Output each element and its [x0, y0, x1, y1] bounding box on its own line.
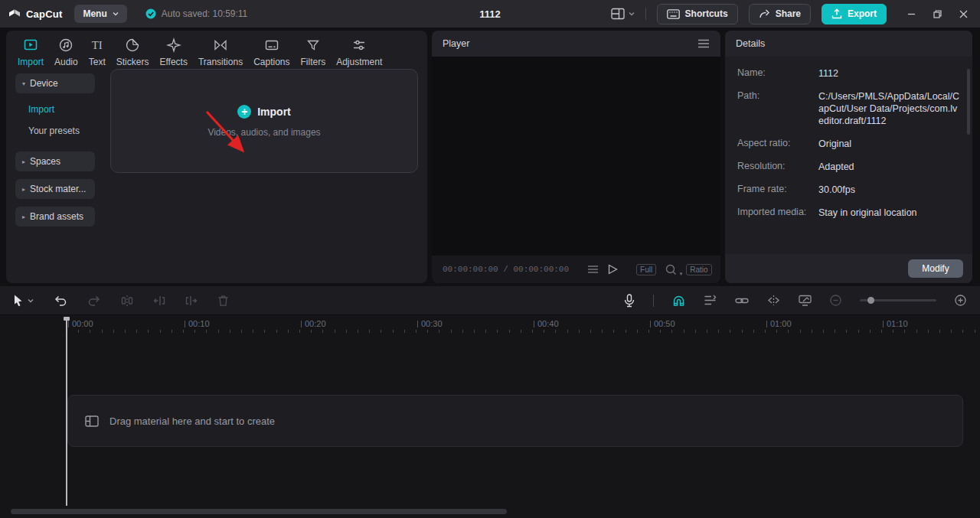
- caret-down-icon: ▾: [22, 80, 25, 87]
- main-track-magnet-icon[interactable]: [672, 295, 685, 307]
- delete-left-icon[interactable]: [153, 295, 165, 307]
- sidebar-item-device[interactable]: ▾ Device: [15, 73, 95, 93]
- maximize-button[interactable]: [926, 3, 948, 24]
- effects-tab-icon: [166, 37, 181, 53]
- tab-label: Audio: [54, 57, 78, 67]
- ruler-label: 00:50: [650, 319, 675, 328]
- record-voiceover-icon[interactable]: [624, 294, 635, 308]
- mirror-track-icon[interactable]: [767, 295, 780, 306]
- preview-edit-icon[interactable]: [799, 295, 812, 306]
- minimize-button[interactable]: [900, 3, 922, 24]
- import-tab-icon: [23, 37, 38, 53]
- player-menu-icon[interactable]: [697, 39, 710, 48]
- media-tabs: Import Audio TI Text Stickers: [6, 31, 427, 67]
- autosave-check-icon: [145, 8, 156, 19]
- capcut-logo: CapCut: [8, 7, 62, 21]
- import-dropzone[interactable]: + Import Videos, audios, and images: [110, 69, 418, 173]
- timeline-zoom-slider[interactable]: [860, 299, 936, 301]
- tab-label: Stickers: [116, 57, 149, 67]
- text-tab-icon: TI: [92, 37, 103, 53]
- detail-value: Original: [818, 138, 960, 150]
- sidebar-item-your-presets[interactable]: Your presets: [28, 125, 95, 136]
- chevron-down-icon: [113, 11, 119, 16]
- tab-transitions[interactable]: Transitions: [193, 37, 248, 67]
- ratio-button[interactable]: Ratio: [686, 264, 711, 275]
- shortcuts-button[interactable]: Shortcuts: [657, 4, 738, 24]
- player-viewport[interactable]: [432, 57, 720, 256]
- share-button[interactable]: Share: [749, 4, 811, 24]
- ruler-label: 01:00: [766, 319, 792, 328]
- import-zone-subtitle: Videos, audios, and images: [207, 127, 320, 138]
- player-panel: Player 00:00:00:00 / 00:00:00:00 Full: [432, 31, 720, 283]
- topbar-divider: [645, 8, 646, 20]
- detail-value: Stay in original location: [818, 207, 960, 219]
- detail-label: Frame rate:: [737, 184, 818, 196]
- details-scrollbar[interactable]: [967, 69, 970, 135]
- workspace-layout-button[interactable]: [611, 8, 635, 20]
- export-button[interactable]: Export: [822, 4, 887, 24]
- shortcuts-label: Shortcuts: [685, 8, 728, 19]
- details-body: Name: 1112 Path: C:/Users/PMLS/AppData/L…: [725, 57, 972, 254]
- detail-label: Path:: [737, 90, 818, 127]
- caret-right-icon: ▸: [22, 186, 25, 193]
- ruler-label: 00:40: [534, 319, 559, 328]
- sidebar-item-stock-materials[interactable]: ▸ Stock mater...: [15, 179, 95, 199]
- logo-text: CapCut: [26, 8, 62, 20]
- chevron-down-icon: [629, 11, 635, 16]
- link-icon[interactable]: [735, 296, 749, 305]
- plus-icon: +: [237, 105, 251, 119]
- tab-text[interactable]: TI Text: [83, 37, 111, 67]
- tab-effects[interactable]: Effects: [154, 37, 192, 67]
- close-button[interactable]: [952, 3, 974, 24]
- delete-icon[interactable]: [217, 295, 229, 307]
- menu-button[interactable]: Menu: [74, 5, 126, 23]
- detail-row-name: Name: 1112: [737, 67, 960, 80]
- detail-row-imported-media: Imported media: Stay in original locatio…: [737, 207, 960, 219]
- tab-stickers[interactable]: Stickers: [111, 37, 155, 67]
- media-panel: Import Audio TI Text Stickers: [6, 31, 427, 283]
- timeline-ruler[interactable]: 00:00 00:10 00:20 00:30 00:40 00:50 01:0…: [0, 315, 980, 335]
- playhead[interactable]: [66, 317, 67, 506]
- detail-row-path: Path: C:/Users/PMLS/AppData/Local/CapCut…: [737, 90, 960, 127]
- tab-captions[interactable]: Captions: [248, 37, 295, 67]
- undo-icon[interactable]: [54, 295, 67, 307]
- timeline-horizontal-scrollbar[interactable]: [11, 509, 507, 514]
- frames-icon[interactable]: [587, 265, 599, 274]
- tab-audio[interactable]: Audio: [49, 37, 83, 67]
- player-controls: 00:00:00:00 / 00:00:00:00 Full ▾ Ratio: [432, 256, 720, 283]
- tab-label: Text: [89, 57, 106, 67]
- detail-label: Imported media:: [737, 207, 818, 219]
- auto-snap-icon[interactable]: [704, 295, 717, 306]
- tab-filters[interactable]: Filters: [296, 37, 332, 67]
- details-footer: Modify: [725, 254, 972, 283]
- delete-right-icon[interactable]: [185, 295, 198, 307]
- full-quality-button[interactable]: Full: [636, 264, 656, 275]
- sidebar-item-label: Brand assets: [30, 211, 83, 222]
- select-tool-button[interactable]: [12, 294, 34, 307]
- play-icon[interactable]: [608, 264, 618, 275]
- toolbar-divider: [653, 295, 654, 307]
- zoom-slider-thumb[interactable]: [867, 297, 874, 304]
- preview-zoom-button[interactable]: ▾: [665, 264, 677, 275]
- tab-import[interactable]: Import: [12, 37, 49, 67]
- timeline-zoom-in-icon[interactable]: [955, 295, 966, 306]
- caret-right-icon: ▸: [22, 213, 25, 220]
- sidebar-item-label: Device: [30, 78, 58, 89]
- autosave-status: Auto saved: 10:59:11: [145, 8, 248, 19]
- detail-row-resolution: Resolution: Adapted: [737, 161, 960, 173]
- track-placeholder[interactable]: Drag material here and start to create: [67, 395, 963, 447]
- sidebar-item-brand-assets[interactable]: ▸ Brand assets: [15, 207, 95, 226]
- sidebar-item-import[interactable]: Import: [28, 104, 95, 115]
- audio-tab-icon: [58, 37, 74, 53]
- modify-button[interactable]: Modify: [908, 259, 963, 278]
- tab-label: Filters: [301, 57, 326, 67]
- tab-label: Transitions: [198, 57, 243, 67]
- tab-adjustment[interactable]: Adjustment: [331, 37, 387, 67]
- detail-label: Name:: [737, 67, 818, 80]
- import-zone-title: Import: [257, 106, 291, 118]
- ruler-label: 01:10: [883, 319, 908, 328]
- split-icon[interactable]: [121, 295, 133, 307]
- timeline-zoom-out-icon[interactable]: [830, 295, 841, 306]
- sidebar-item-spaces[interactable]: ▸ Spaces: [15, 151, 95, 171]
- redo-icon[interactable]: [87, 295, 101, 307]
